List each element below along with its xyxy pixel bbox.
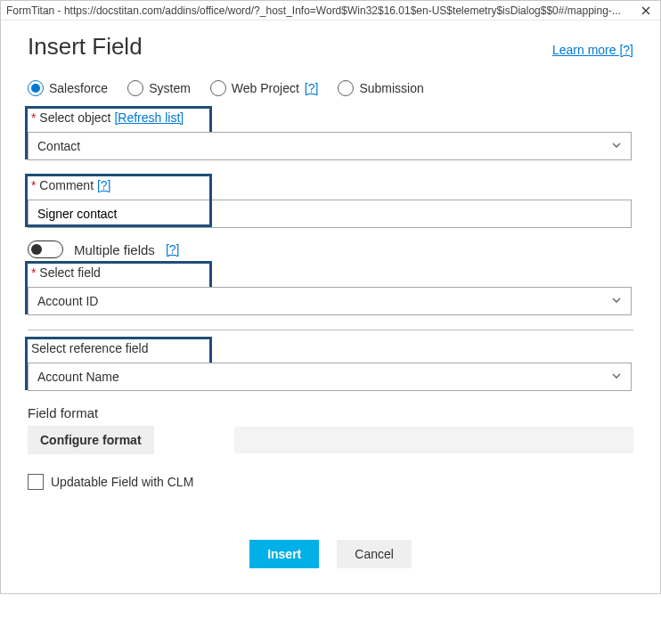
radio-icon bbox=[127, 80, 143, 96]
source-radio-group: Salesforce System Web Project [?] Submis… bbox=[28, 80, 633, 96]
titlebar: FormTitan - https://docstitan.com/addins… bbox=[1, 1, 660, 20]
comment-label: * Comment [?] bbox=[31, 178, 111, 192]
multiple-fields-label: Multiple fields bbox=[74, 242, 155, 257]
multiple-fields-help[interactable]: [?] bbox=[166, 242, 180, 257]
chevron-down-icon bbox=[611, 294, 622, 308]
select-object-dropdown[interactable]: Contact bbox=[28, 132, 632, 160]
multiple-fields-toggle[interactable] bbox=[28, 240, 63, 258]
updatable-label: Updatable Field with CLM bbox=[51, 475, 193, 489]
select-reference-field-dropdown[interactable]: Account Name bbox=[28, 363, 632, 391]
comment-help[interactable]: [?] bbox=[97, 178, 111, 192]
select-field-dropdown[interactable]: Account ID bbox=[28, 287, 632, 315]
configure-format-button[interactable]: Configure format bbox=[28, 426, 154, 454]
learn-more-link[interactable]: Learn more [?] bbox=[552, 43, 633, 57]
radio-icon bbox=[28, 80, 44, 96]
select-object-value: Contact bbox=[37, 139, 80, 153]
select-field-label: * Select field bbox=[31, 265, 101, 280]
radio-salesforce-label: Salesforce bbox=[49, 81, 108, 95]
select-field-value: Account ID bbox=[37, 294, 98, 308]
field-format-label: Field format bbox=[28, 405, 633, 420]
select-object-label: * Select object [Refresh list] bbox=[31, 110, 184, 125]
updatable-checkbox[interactable] bbox=[28, 474, 44, 490]
radio-web-project-label: Web Project bbox=[232, 81, 299, 95]
radio-system[interactable]: System bbox=[127, 80, 191, 96]
close-button[interactable] bbox=[635, 2, 657, 20]
refresh-list-link[interactable]: [Refresh list] bbox=[114, 110, 184, 125]
chevron-down-icon bbox=[611, 139, 622, 153]
insert-button[interactable]: Insert bbox=[249, 540, 319, 568]
close-icon bbox=[641, 6, 650, 15]
select-reference-field-value: Account Name bbox=[37, 370, 119, 384]
select-reference-field-label: Select reference field bbox=[31, 341, 149, 355]
cancel-button[interactable]: Cancel bbox=[337, 540, 412, 568]
radio-system-label: System bbox=[149, 81, 191, 95]
radio-icon bbox=[210, 80, 226, 96]
separator bbox=[28, 330, 633, 330]
radio-icon bbox=[338, 80, 354, 96]
chevron-down-icon bbox=[611, 370, 622, 384]
comment-input[interactable] bbox=[28, 200, 632, 228]
format-preview bbox=[234, 427, 633, 453]
radio-submission[interactable]: Submission bbox=[338, 80, 423, 96]
page-title: Insert Field bbox=[28, 33, 143, 61]
radio-submission-label: Submission bbox=[359, 81, 423, 95]
radio-salesforce[interactable]: Salesforce bbox=[28, 80, 108, 96]
window-title: FormTitan - https://docstitan.com/addins… bbox=[6, 4, 635, 17]
radio-web-project[interactable]: Web Project [?] bbox=[210, 80, 319, 96]
web-project-help[interactable]: [?] bbox=[305, 81, 319, 95]
